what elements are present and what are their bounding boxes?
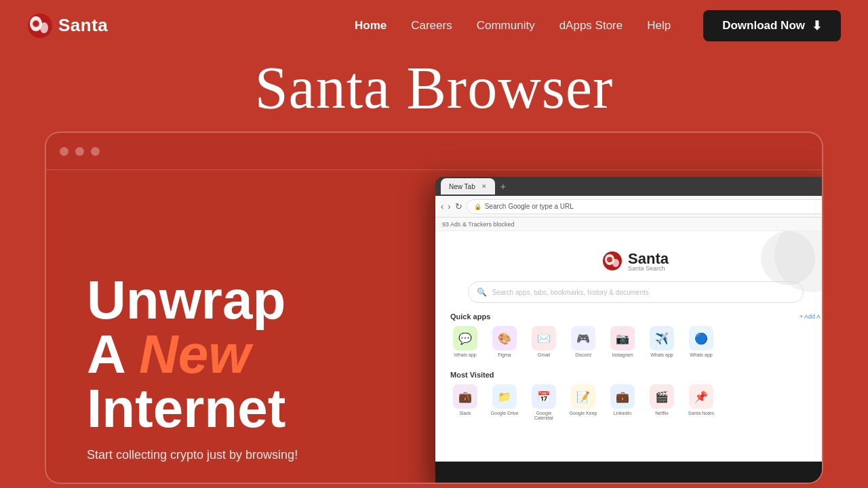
card-dot-1 (60, 147, 68, 156)
santa-notes-icon: 📌 (689, 384, 713, 409)
quick-app-telegram[interactable]: ✈️ Whats app (646, 326, 678, 357)
headline-new: New (139, 324, 251, 384)
santa-search-logo: Santa Santa Search (602, 250, 669, 272)
gdrive-label: Google Drive (491, 411, 519, 415)
browser-card-top (46, 133, 822, 170)
quick-apps-section: Quick apps + Add A 💬 Whats app 🎨 (449, 312, 822, 357)
mv-gkeep[interactable]: 📝 Google Keep (567, 384, 599, 420)
new-tab-icon[interactable]: + (500, 181, 506, 192)
download-button[interactable]: Download Now ⬇ (703, 10, 841, 41)
nav-link-dapps[interactable]: dApps Store (559, 19, 623, 32)
svg-point-3 (34, 22, 38, 26)
santa-notes-label: Santa Notes (688, 411, 715, 415)
nav-item-dapps[interactable]: dApps Store (559, 19, 623, 33)
browser-search-bar[interactable]: 🔍 Search apps, tabs, bookmarks, history … (468, 281, 804, 303)
most-visited-row: 💼 Slack 📁 Google Drive 📅 Google Calenda (449, 384, 822, 420)
mv-linkedin[interactable]: 💼 LinkedIn (606, 384, 639, 420)
nav-link-home[interactable]: Home (355, 19, 387, 32)
gcal-icon: 📅 (532, 384, 556, 409)
quick-app-gmail[interactable]: ✉️ Gmail (528, 326, 560, 357)
card-dot-3 (91, 147, 100, 156)
quick-apps-row: 💬 Whats app 🎨 Figma ✉️ Gmail (449, 326, 822, 357)
gkeep-label: Google Keep (570, 411, 597, 415)
mv-santa-notes[interactable]: 📌 Santa Notes (685, 384, 717, 420)
santa-logo-icon (27, 13, 53, 39)
brand-name: Santa (58, 15, 108, 36)
hero-text-panel: Unwrap A New Internet Start collecting c… (46, 170, 460, 483)
instagram-icon: 📷 (610, 326, 635, 350)
browser-tab-bar: New Tab ✕ + (435, 177, 823, 196)
most-visited-title: Most Visited (449, 371, 822, 379)
linkedin-icon: 💼 (610, 384, 635, 409)
telegram-icon: ✈️ (650, 326, 674, 350)
svg-point-7 (607, 257, 612, 262)
linkedin-label: LinkedIn (614, 411, 631, 415)
netflix-label: Netflix (655, 411, 668, 415)
svg-point-4 (40, 22, 48, 33)
hero-headline: Unwrap A New Internet (87, 273, 433, 436)
mv-netflix[interactable]: 🎬 Netflix (646, 384, 678, 420)
browser-card-body: Unwrap A New Internet Start collecting c… (46, 170, 822, 483)
nav-item-community[interactable]: Community (477, 19, 535, 33)
hero-section: Santa Browser Unwrap A New Internet Star… (0, 51, 868, 484)
address-text: Search Google or type a URL (485, 203, 574, 210)
navbar: Santa Home Careers Community dApps Store… (0, 0, 868, 51)
card-dot-2 (75, 147, 84, 156)
hero-title: Santa Browser (255, 54, 614, 122)
nav-link-careers[interactable]: Careers (411, 19, 452, 32)
quick-app-instagram[interactable]: 📷 Instagram (606, 326, 639, 357)
address-bar[interactable]: 🔒 Search Google or type a URL (467, 199, 823, 214)
browser-tab[interactable]: New Tab ✕ (441, 178, 495, 195)
browser-mockup-wrapper: New Tab ✕ + ‹ › ↻ 🔒 Search Google or typ… (435, 177, 823, 484)
nav-link-community[interactable]: Community (477, 19, 535, 32)
mv-gcal[interactable]: 📅 Google Calendar (528, 384, 560, 420)
gcal-label: Google Calendar (528, 411, 560, 420)
nav-item-home[interactable]: Home (355, 19, 387, 33)
santa-search-logo-icon (602, 251, 623, 271)
santa-search-logo-text-area: Santa Santa Search (628, 250, 669, 272)
quick-app-fb[interactable]: 🔵 Whats app (685, 326, 717, 357)
fb-icon: 🔵 (689, 326, 713, 350)
tab-label: New Tab (449, 183, 475, 190)
svg-point-8 (612, 259, 619, 267)
gkeep-icon: 📝 (571, 384, 595, 409)
nav-item-help[interactable]: Help (647, 19, 671, 33)
discord-label: Discord (575, 352, 591, 357)
quick-apps-header: Quick apps + Add A (449, 312, 822, 321)
arc-decoration (415, 197, 496, 401)
hero-subtext: Start collecting crypto just by browsing… (87, 448, 433, 462)
nav-links: Home Careers Community dApps Store Help (355, 19, 671, 33)
quick-apps-add[interactable]: + Add A (800, 313, 821, 320)
tab-close-icon[interactable]: ✕ (481, 183, 487, 190)
headline-line1: Unwrap (87, 273, 433, 327)
browser-search-placeholder: Search apps, tabs, bookmarks, history & … (492, 289, 649, 296)
headline-a: A (87, 324, 139, 384)
headline-line3: Internet (87, 382, 433, 436)
download-icon: ⬇ (812, 18, 822, 33)
browser-card: Unwrap A New Internet Start collecting c… (45, 131, 823, 484)
gmail-label: Gmail (538, 352, 550, 357)
download-button-label: Download Now (722, 19, 805, 33)
santa-tagline: Santa Search (628, 265, 669, 272)
headline-line2: A New (87, 327, 433, 382)
nav-item-careers[interactable]: Careers (411, 19, 452, 33)
nav-link-help[interactable]: Help (647, 19, 671, 32)
telegram-label: Whats app (650, 352, 673, 357)
netflix-icon: 🎬 (650, 384, 674, 409)
logo[interactable]: Santa (27, 13, 108, 39)
fb-label: Whats app (690, 352, 712, 357)
instagram-label: Instagram (612, 352, 633, 357)
figma-label: Figma (498, 352, 511, 357)
discord-icon: 🎮 (571, 326, 595, 350)
slack-label: Slack (459, 411, 471, 415)
gmail-icon: ✉️ (532, 326, 556, 350)
quick-app-discord[interactable]: 🎮 Discord (567, 326, 599, 357)
most-visited-section: Most Visited 💼 Slack 📁 Google Drive (449, 371, 822, 420)
